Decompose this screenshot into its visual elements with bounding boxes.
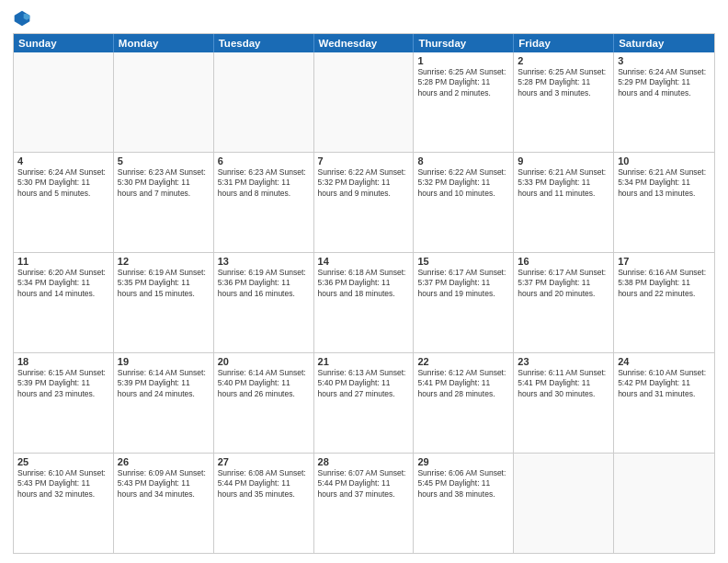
day-header-thursday: Thursday [414, 34, 514, 52]
day-number: 13 [218, 256, 310, 267]
calendar-day-29: 29Sunrise: 6:06 AM Sunset: 5:45 PM Dayli… [414, 454, 514, 553]
day-number: 17 [618, 256, 711, 267]
calendar-day-10: 10Sunrise: 6:21 AM Sunset: 5:34 PM Dayli… [614, 153, 714, 252]
day-info: Sunrise: 6:13 AM Sunset: 5:40 PM Dayligh… [318, 368, 410, 399]
day-info: Sunrise: 6:08 AM Sunset: 5:44 PM Dayligh… [218, 468, 310, 500]
calendar-header: SundayMondayTuesdayWednesdayThursdayFrid… [14, 34, 714, 52]
calendar-day-15: 15Sunrise: 6:17 AM Sunset: 5:37 PM Dayli… [414, 253, 514, 352]
day-number: 7 [318, 155, 410, 167]
day-header-tuesday: Tuesday [214, 34, 314, 52]
day-number: 16 [518, 256, 609, 267]
day-number: 24 [618, 356, 711, 367]
calendar-empty-cell [14, 52, 114, 152]
day-number: 22 [417, 356, 509, 367]
day-header-saturday: Saturday [614, 34, 714, 52]
calendar-row-5: 25Sunrise: 6:10 AM Sunset: 5:43 PM Dayli… [14, 454, 714, 553]
day-info: Sunrise: 6:24 AM Sunset: 5:29 PM Dayligh… [618, 67, 711, 98]
calendar-day-11: 11Sunrise: 6:20 AM Sunset: 5:34 PM Dayli… [14, 253, 114, 352]
calendar-row-2: 4Sunrise: 6:24 AM Sunset: 5:30 PM Daylig… [14, 153, 714, 253]
calendar-day-16: 16Sunrise: 6:17 AM Sunset: 5:37 PM Dayli… [514, 253, 614, 352]
calendar-day-8: 8Sunrise: 6:22 AM Sunset: 5:32 PM Daylig… [414, 153, 514, 252]
day-header-sunday: Sunday [14, 34, 114, 52]
day-info: Sunrise: 6:24 AM Sunset: 5:30 PM Dayligh… [17, 167, 109, 199]
day-number: 19 [118, 356, 210, 367]
calendar-row-4: 18Sunrise: 6:15 AM Sunset: 5:39 PM Dayli… [14, 353, 714, 454]
calendar-day-5: 5Sunrise: 6:23 AM Sunset: 5:30 PM Daylig… [114, 153, 214, 252]
calendar-row-3: 11Sunrise: 6:20 AM Sunset: 5:34 PM Dayli… [14, 253, 714, 353]
day-number: 9 [518, 155, 609, 167]
day-number: 18 [17, 356, 109, 367]
day-number: 10 [618, 155, 711, 167]
calendar-day-14: 14Sunrise: 6:18 AM Sunset: 5:36 PM Dayli… [314, 253, 415, 352]
day-info: Sunrise: 6:09 AM Sunset: 5:43 PM Dayligh… [118, 468, 210, 500]
day-number: 4 [17, 155, 109, 167]
day-number: 29 [417, 456, 509, 467]
calendar-day-28: 28Sunrise: 6:07 AM Sunset: 5:44 PM Dayli… [314, 454, 415, 553]
calendar-body: 1Sunrise: 6:25 AM Sunset: 5:28 PM Daylig… [14, 52, 714, 553]
day-number: 28 [318, 456, 410, 467]
day-info: Sunrise: 6:07 AM Sunset: 5:44 PM Dayligh… [318, 468, 410, 500]
day-info: Sunrise: 6:23 AM Sunset: 5:30 PM Dayligh… [118, 167, 210, 199]
calendar-empty-cell [214, 52, 314, 152]
day-info: Sunrise: 6:10 AM Sunset: 5:42 PM Dayligh… [618, 368, 711, 399]
calendar-day-27: 27Sunrise: 6:08 AM Sunset: 5:44 PM Dayli… [214, 454, 314, 553]
day-number: 15 [417, 256, 509, 267]
calendar-day-7: 7Sunrise: 6:22 AM Sunset: 5:32 PM Daylig… [314, 153, 415, 252]
calendar-row-1: 1Sunrise: 6:25 AM Sunset: 5:28 PM Daylig… [14, 52, 714, 153]
day-number: 12 [118, 256, 210, 267]
day-info: Sunrise: 6:21 AM Sunset: 5:34 PM Dayligh… [618, 167, 711, 199]
day-number: 23 [518, 356, 609, 367]
logo [13, 9, 35, 28]
calendar-day-3: 3Sunrise: 6:24 AM Sunset: 5:29 PM Daylig… [614, 52, 714, 152]
day-number: 20 [218, 356, 310, 367]
day-info: Sunrise: 6:12 AM Sunset: 5:41 PM Dayligh… [417, 368, 509, 399]
day-number: 11 [17, 256, 109, 267]
calendar-day-1: 1Sunrise: 6:25 AM Sunset: 5:28 PM Daylig… [414, 52, 514, 152]
calendar-day-6: 6Sunrise: 6:23 AM Sunset: 5:31 PM Daylig… [214, 153, 314, 252]
day-info: Sunrise: 6:25 AM Sunset: 5:28 PM Dayligh… [417, 67, 509, 98]
day-info: Sunrise: 6:25 AM Sunset: 5:28 PM Dayligh… [518, 67, 609, 98]
calendar-day-18: 18Sunrise: 6:15 AM Sunset: 5:39 PM Dayli… [14, 353, 114, 453]
day-number: 25 [17, 456, 109, 467]
day-info: Sunrise: 6:11 AM Sunset: 5:41 PM Dayligh… [518, 368, 609, 399]
day-info: Sunrise: 6:14 AM Sunset: 5:40 PM Dayligh… [218, 368, 310, 399]
logo-icon [13, 9, 31, 28]
day-header-friday: Friday [514, 34, 614, 52]
calendar-day-19: 19Sunrise: 6:14 AM Sunset: 5:39 PM Dayli… [114, 353, 214, 453]
day-info: Sunrise: 6:15 AM Sunset: 5:39 PM Dayligh… [17, 368, 109, 399]
day-number: 2 [518, 55, 609, 66]
day-number: 3 [618, 55, 711, 66]
calendar-day-23: 23Sunrise: 6:11 AM Sunset: 5:41 PM Dayli… [514, 353, 614, 453]
calendar-empty-cell [114, 52, 214, 152]
day-info: Sunrise: 6:19 AM Sunset: 5:36 PM Dayligh… [218, 268, 310, 299]
day-header-wednesday: Wednesday [314, 34, 415, 52]
calendar-empty-cell [614, 454, 714, 553]
day-number: 6 [218, 155, 310, 167]
day-info: Sunrise: 6:10 AM Sunset: 5:43 PM Dayligh… [17, 468, 109, 500]
calendar-day-2: 2Sunrise: 6:25 AM Sunset: 5:28 PM Daylig… [514, 52, 614, 152]
header [13, 9, 715, 28]
day-number: 1 [417, 55, 509, 66]
calendar-empty-cell [314, 52, 415, 152]
day-info: Sunrise: 6:23 AM Sunset: 5:31 PM Dayligh… [218, 167, 310, 199]
calendar-day-25: 25Sunrise: 6:10 AM Sunset: 5:43 PM Dayli… [14, 454, 114, 553]
calendar-page: SundayMondayTuesdayWednesdayThursdayFrid… [0, 0, 728, 563]
calendar-day-26: 26Sunrise: 6:09 AM Sunset: 5:43 PM Dayli… [114, 454, 214, 553]
calendar-empty-cell [514, 454, 614, 553]
calendar-day-13: 13Sunrise: 6:19 AM Sunset: 5:36 PM Dayli… [214, 253, 314, 352]
day-info: Sunrise: 6:20 AM Sunset: 5:34 PM Dayligh… [17, 268, 109, 299]
day-info: Sunrise: 6:21 AM Sunset: 5:33 PM Dayligh… [518, 167, 609, 199]
calendar-day-24: 24Sunrise: 6:10 AM Sunset: 5:42 PM Dayli… [614, 353, 714, 453]
day-number: 5 [118, 155, 210, 167]
day-info: Sunrise: 6:22 AM Sunset: 5:32 PM Dayligh… [417, 167, 509, 199]
calendar-day-12: 12Sunrise: 6:19 AM Sunset: 5:35 PM Dayli… [114, 253, 214, 352]
day-number: 27 [218, 456, 310, 467]
day-number: 21 [318, 356, 410, 367]
day-number: 26 [118, 456, 210, 467]
day-info: Sunrise: 6:18 AM Sunset: 5:36 PM Dayligh… [318, 268, 410, 299]
day-number: 14 [318, 256, 410, 267]
day-info: Sunrise: 6:06 AM Sunset: 5:45 PM Dayligh… [417, 468, 509, 500]
calendar-day-20: 20Sunrise: 6:14 AM Sunset: 5:40 PM Dayli… [214, 353, 314, 453]
calendar-day-21: 21Sunrise: 6:13 AM Sunset: 5:40 PM Dayli… [314, 353, 415, 453]
calendar: SundayMondayTuesdayWednesdayThursdayFrid… [13, 33, 715, 554]
